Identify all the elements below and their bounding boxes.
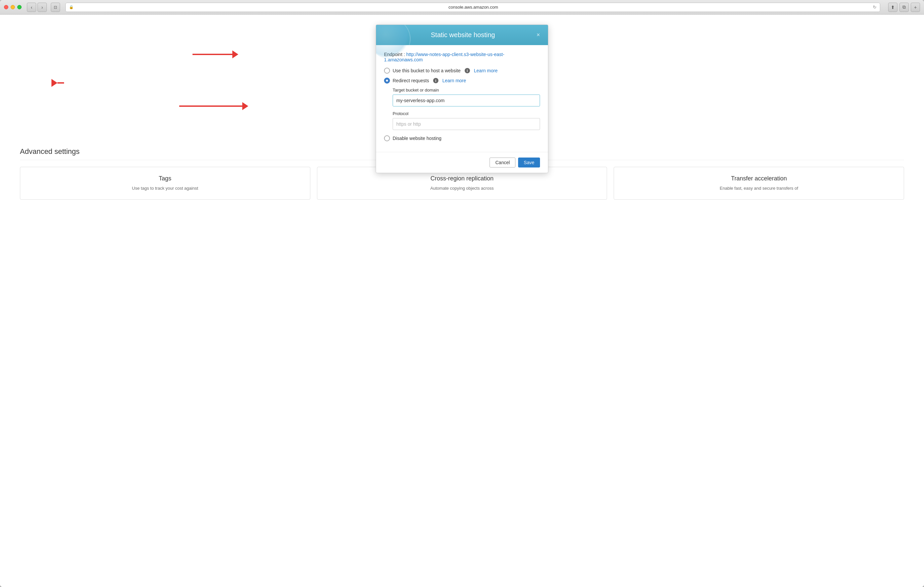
arrow-line-1 [193, 54, 232, 55]
disable-hosting-radio[interactable] [384, 135, 390, 141]
add-button[interactable]: + [911, 3, 920, 12]
dialog-footer: Cancel Save [376, 152, 548, 173]
cross-region-card-title: Cross-region replication [324, 175, 601, 182]
disable-hosting-label: Disable website hosting [393, 136, 441, 141]
back-button[interactable]: ‹ [27, 3, 36, 12]
endpoint-arrow [193, 50, 238, 58]
arrow-line-3 [179, 105, 242, 107]
dialog-title: Static website hosting [391, 31, 535, 39]
transfer-acceleration-card-desc: Enable fast, easy and secure transfers o… [620, 186, 897, 191]
dialog-close-button[interactable]: × [535, 30, 541, 40]
cancel-button[interactable]: Cancel [490, 158, 515, 168]
redirect-requests-learn-more[interactable]: Learn more [442, 78, 466, 83]
tab-button[interactable]: ⊡ [51, 3, 60, 12]
fullscreen-traffic-light[interactable] [17, 5, 21, 9]
share-button[interactable]: ⬆ [888, 3, 898, 12]
transfer-acceleration-card: Transfer acceleration Enable fast, easy … [614, 167, 904, 200]
endpoint-section: Endpoint : http://www-notes-app-client.s… [384, 52, 540, 62]
lock-icon: 🔒 [69, 5, 74, 9]
nav-buttons: ‹ › [27, 3, 47, 12]
arrow-head-1 [232, 50, 238, 58]
use-bucket-radio[interactable] [384, 67, 390, 74]
tags-card-title: Tags [27, 175, 304, 182]
disable-hosting-radio-option[interactable]: Disable website hosting [384, 135, 540, 141]
protocol-input[interactable] [393, 118, 540, 130]
tags-card: Tags Use tags to track your cost against [20, 167, 310, 200]
target-bucket-label: Target bucket or domain [393, 87, 540, 92]
url-display: console.aws.amazon.com [76, 5, 871, 10]
dialog-header: Static website hosting × [376, 25, 548, 45]
address-bar[interactable]: 🔒 console.aws.amazon.com ↻ [65, 3, 880, 12]
dialog-body: Endpoint : http://www-notes-app-client.s… [376, 45, 548, 152]
arrow-line-2 [58, 82, 64, 84]
static-website-hosting-dialog: Static website hosting × Endpoint : http… [376, 25, 548, 173]
arrow-head-2 [51, 79, 58, 87]
new-tab-button[interactable]: ⧉ [899, 3, 909, 12]
redirect-arrow [51, 79, 64, 87]
target-bucket-arrow [179, 102, 248, 110]
redirect-requests-label: Redirect requests [393, 78, 429, 83]
use-bucket-label: Use this bucket to host a website [393, 68, 461, 73]
refresh-icon[interactable]: ↻ [873, 5, 876, 10]
cross-region-card-desc: Automate copying objects across [324, 186, 601, 191]
browser-window: ‹ › ⊡ 🔒 console.aws.amazon.com ↻ ⬆ ⧉ + S… [0, 0, 924, 587]
traffic-lights [4, 5, 21, 9]
use-bucket-learn-more[interactable]: Learn more [474, 68, 498, 73]
redirect-requests-radio-option[interactable]: Redirect requests i Learn more [384, 77, 540, 84]
browser-titlebar: ‹ › ⊡ 🔒 console.aws.amazon.com ↻ ⬆ ⧉ + [0, 0, 924, 15]
minimize-traffic-light[interactable] [11, 5, 15, 9]
page-content: Static website hosting × Endpoint : http… [0, 15, 924, 587]
close-traffic-light[interactable] [4, 5, 8, 9]
forward-button[interactable]: › [38, 3, 47, 12]
transfer-acceleration-card-title: Transfer acceleration [620, 175, 897, 182]
use-bucket-radio-option[interactable]: Use this bucket to host a website i Lear… [384, 67, 540, 74]
redirect-requests-info-icon[interactable]: i [433, 78, 439, 83]
browser-actions: ⬆ ⧉ + [888, 3, 920, 12]
tags-card-desc: Use tags to track your cost against [27, 186, 304, 191]
protocol-label: Protocol [393, 111, 540, 116]
arrow-head-3 [242, 102, 248, 110]
target-bucket-input[interactable] [393, 95, 540, 107]
use-bucket-info-icon[interactable]: i [465, 68, 470, 73]
redirect-requests-radio[interactable] [384, 77, 390, 84]
redirect-section: Target bucket or domain Protocol [393, 87, 540, 130]
save-button[interactable]: Save [518, 158, 540, 168]
